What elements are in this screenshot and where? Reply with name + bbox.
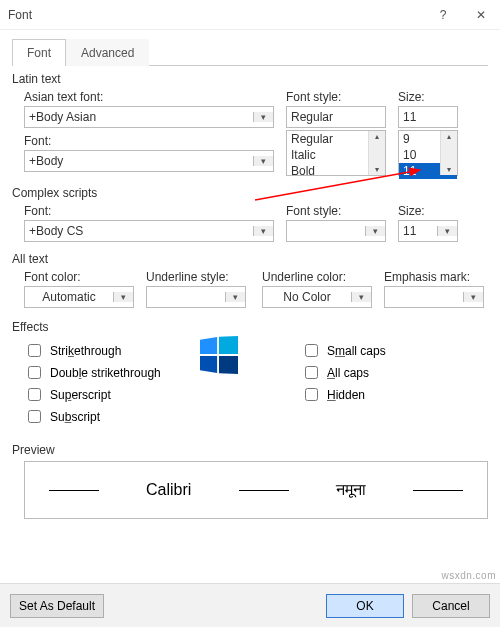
- windows-logo-icon: [200, 336, 238, 374]
- chevron-down-icon[interactable]: ▾: [365, 226, 385, 236]
- chevron-down-icon[interactable]: ▾: [463, 292, 483, 302]
- svg-marker-3: [219, 356, 238, 374]
- font-style-list[interactable]: Regular Italic Bold ▴▾: [286, 130, 386, 176]
- checkbox-smallcaps[interactable]: Small caps: [301, 341, 488, 360]
- checkbox-strikethrough[interactable]: Strikethrough: [24, 341, 211, 360]
- size-list[interactable]: 9 10 11 ▴▾: [398, 130, 458, 176]
- tab-advanced[interactable]: Advanced: [66, 39, 149, 66]
- checkbox-allcaps[interactable]: All caps: [301, 363, 488, 382]
- preview-complex: नमूना: [336, 481, 366, 499]
- chevron-down-icon[interactable]: ▾: [253, 226, 273, 236]
- checkbox-hidden[interactable]: Hidden: [301, 385, 488, 404]
- close-button[interactable]: ✕: [462, 0, 500, 30]
- size-label: Size:: [398, 90, 458, 104]
- preview-latin: Calibri: [146, 481, 191, 499]
- chevron-down-icon[interactable]: ▾: [253, 156, 273, 166]
- asian-font-label: Asian text font:: [24, 90, 274, 104]
- dialog-footer: Set As Default OK Cancel: [0, 583, 500, 627]
- group-latin: Latin text: [12, 72, 488, 86]
- chevron-down-icon[interactable]: ▾: [351, 292, 371, 302]
- ok-button[interactable]: OK: [326, 594, 404, 618]
- window-title: Font: [0, 8, 424, 22]
- font-style-label: Font style:: [286, 90, 386, 104]
- preview-underline: [49, 490, 99, 491]
- svg-marker-0: [200, 337, 217, 354]
- underline-style-label: Underline style:: [146, 270, 250, 284]
- svg-marker-2: [200, 356, 217, 373]
- group-effects: Effects: [12, 320, 488, 334]
- underline-style-combo[interactable]: ▾: [146, 286, 246, 308]
- cs-font-label: Font:: [24, 204, 274, 218]
- emphasis-combo[interactable]: ▾: [384, 286, 484, 308]
- scrollbar[interactable]: ▴▾: [440, 131, 457, 175]
- scrollbar[interactable]: ▴▾: [368, 131, 385, 175]
- tabs: Font Advanced: [12, 38, 488, 66]
- dialog-content: Font Advanced Latin text Asian text font…: [0, 30, 500, 519]
- latin-font-label: Font:: [24, 134, 274, 148]
- size-input[interactable]: 11: [398, 106, 458, 128]
- cs-style-label: Font style:: [286, 204, 386, 218]
- tab-font[interactable]: Font: [12, 39, 66, 66]
- group-preview: Preview: [12, 443, 488, 457]
- chevron-down-icon[interactable]: ▾: [437, 226, 457, 236]
- underline-color-combo[interactable]: No Color ▾: [262, 286, 372, 308]
- cs-size-combo[interactable]: 11 ▾: [398, 220, 458, 242]
- svg-marker-1: [219, 336, 238, 354]
- help-button[interactable]: ?: [424, 0, 462, 30]
- underline-color-label: Underline color:: [262, 270, 372, 284]
- titlebar: Font ? ✕: [0, 0, 500, 30]
- font-color-label: Font color:: [24, 270, 134, 284]
- checkbox-subscript[interactable]: Subscript: [24, 407, 211, 426]
- asian-font-combo[interactable]: +Body Asian ▾: [24, 106, 274, 128]
- cs-style-combo[interactable]: ▾: [286, 220, 386, 242]
- watermark: wsxdn.com: [441, 570, 496, 581]
- set-default-button[interactable]: Set As Default: [10, 594, 104, 618]
- preview-underline: [413, 490, 463, 491]
- checkbox-superscript[interactable]: Superscript: [24, 385, 211, 404]
- latin-font-combo[interactable]: +Body ▾: [24, 150, 274, 172]
- font-style-input[interactable]: Regular: [286, 106, 386, 128]
- emphasis-label: Emphasis mark:: [384, 270, 488, 284]
- group-complex: Complex scripts: [12, 186, 488, 200]
- checkbox-double-strikethrough[interactable]: Double strikethrough: [24, 363, 211, 382]
- preview-box: Calibri नमूना: [24, 461, 488, 519]
- preview-underline: [239, 490, 289, 491]
- cancel-button[interactable]: Cancel: [412, 594, 490, 618]
- cs-size-label: Size:: [398, 204, 458, 218]
- group-alltext: All text: [12, 252, 488, 266]
- chevron-down-icon[interactable]: ▾: [225, 292, 245, 302]
- chevron-down-icon[interactable]: ▾: [113, 292, 133, 302]
- font-color-combo[interactable]: Automatic ▾: [24, 286, 134, 308]
- cs-font-combo[interactable]: +Body CS ▾: [24, 220, 274, 242]
- chevron-down-icon[interactable]: ▾: [253, 112, 273, 122]
